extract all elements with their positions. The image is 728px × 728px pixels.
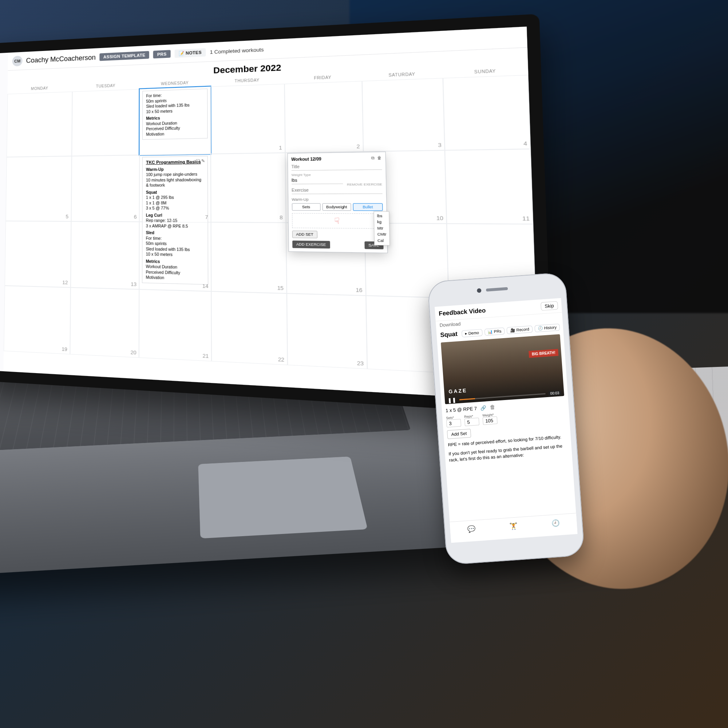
remove-exercise-link[interactable]: REMOVE EXERCISE [347, 182, 382, 187]
add-set-button[interactable]: ADD SET [292, 230, 317, 238]
day-number: 11 [522, 215, 530, 222]
completed-workouts-label: 1 Completed workouts [210, 46, 263, 55]
editor-title: Workout 12/09 [291, 156, 321, 162]
calendar-cell[interactable]: 6 [71, 155, 139, 222]
calendar-cell[interactable]: 22 [211, 291, 288, 365]
video-cue-badge: BIG BREATH! [529, 349, 558, 358]
card-line: 1 x 1 @ 295 lbs [146, 196, 174, 200]
calendar-cell[interactable] [72, 89, 140, 156]
skip-button[interactable]: Skip [541, 301, 558, 310]
exercise-name: Squat [440, 330, 458, 339]
tab-chat-icon[interactable]: 💬 [467, 525, 476, 533]
dow-thursday: THURSDAY [210, 77, 284, 84]
card-line: 3 x 5 @ 77% [146, 206, 169, 210]
dow-tuesday: TUESDAY [72, 83, 140, 90]
day-number: 4 [523, 140, 528, 147]
trash-icon[interactable]: 🗑 [489, 404, 496, 410]
phone-screen: Feedback Video Skip Download Squat ▸ Dem… [434, 298, 577, 543]
notes-button[interactable]: 📝 NOTES [175, 48, 206, 58]
metric-item: Motivation [146, 132, 164, 136]
card-title: TKC Programming Basics [146, 159, 204, 165]
tab-sets[interactable]: Sets [292, 203, 321, 211]
calendar-cell-today[interactable]: For time: 50m sprints Sled loaded with 1… [140, 87, 211, 155]
unit-dropdown[interactable]: lbs kg Mtr CMtr Cal [374, 211, 390, 245]
reps-value[interactable]: 5 [465, 418, 479, 426]
calendar-cell[interactable]: ☐ ✎ TKC Programming Basics Warm-Up 100 j… [139, 154, 211, 222]
add-exercise-button[interactable]: ADD EXERCISE [292, 241, 330, 249]
day-number: 10 [436, 215, 444, 221]
sets-field[interactable]: Sets* 3 [446, 415, 461, 428]
calendar-cell[interactable]: 23 [287, 294, 367, 369]
day-number: 5 [66, 214, 69, 219]
calendar-cell[interactable]: 12 [5, 221, 71, 288]
sets-value[interactable]: 3 [446, 419, 461, 428]
weight-field[interactable]: Weight* 105 [482, 413, 498, 425]
unit-option[interactable]: Mtr [377, 225, 386, 231]
demo-button[interactable]: ▸ Demo [462, 329, 483, 337]
tab-bullet[interactable]: Bullet [353, 203, 383, 211]
day-number: 2 [356, 144, 359, 150]
calendar-cell[interactable]: 5 [5, 156, 71, 221]
exercise-input[interactable] [292, 187, 382, 194]
calendar-cell[interactable]: Workout 12/09 ⧉ 🗑 Weight Type lbs [285, 151, 364, 223]
dow-sunday: SUNDAY [443, 67, 528, 75]
calendar-cell[interactable]: 4 [443, 75, 531, 150]
title-input[interactable] [291, 162, 382, 171]
calendar-cell[interactable]: 13 [70, 221, 140, 289]
calendar-cell[interactable]: 1 [210, 84, 285, 154]
tab-workout-icon[interactable]: 🏋️ [509, 522, 518, 530]
history-button[interactable]: 🕘 History [534, 324, 560, 332]
unit-option[interactable]: kg [377, 219, 386, 225]
calendar-cell[interactable]: 21 [139, 289, 211, 361]
squat-heading: Squat [146, 190, 204, 195]
card-action-icons[interactable]: ☐ ✎ [196, 158, 205, 164]
card-line: 10 minutes light shadowboxing & footwork [146, 177, 201, 188]
weight-value[interactable]: 105 [483, 416, 498, 425]
unit-option[interactable]: lbs [377, 213, 386, 219]
phone-camera [477, 288, 482, 293]
day-number: 3 [438, 142, 442, 148]
delete-icon[interactable]: 🗑 [377, 155, 382, 161]
page-title: Feedback Video [439, 307, 486, 317]
prs-button[interactable]: PRS [153, 50, 171, 58]
avatar[interactable]: CM [12, 56, 23, 67]
day-number: 12 [62, 280, 68, 285]
calendar-cell[interactable]: 8 [211, 153, 286, 223]
calendar-cell[interactable]: 15 [211, 222, 287, 294]
calendar-cell[interactable]: 19 [4, 286, 70, 355]
unit-option[interactable]: CMtr [378, 231, 387, 238]
day-number: 23 [357, 360, 364, 367]
calendar-cell[interactable]: 20 [70, 288, 139, 358]
video-cue-gaze: GAZE [448, 387, 467, 395]
laptop-trackpad [198, 456, 368, 538]
link-icon[interactable]: 🔗 [480, 405, 486, 411]
video-player[interactable]: BIG BREATH! GAZE ❚❚ 00:03 [441, 334, 564, 404]
day-number: 13 [131, 281, 136, 287]
weight-type-select[interactable]: lbs [292, 177, 343, 184]
assign-template-button[interactable]: ASSIGN TEMPLATE [99, 51, 149, 61]
day-number: 14 [202, 283, 209, 289]
calendar-cell[interactable]: 14 [139, 222, 211, 291]
tab-history-icon[interactable]: 🕘 [551, 519, 560, 527]
calendar-cell[interactable]: 11 [445, 149, 533, 224]
calendar-cell[interactable] [6, 92, 72, 157]
prs-button[interactable]: 📊 PRs [484, 327, 505, 336]
calendar-cell[interactable]: 3 [362, 78, 445, 151]
bullet-editor-area[interactable]: ☟ [292, 213, 383, 229]
set-type-tabs: Sets Bodyweight Bullet [292, 203, 383, 211]
copy-icon[interactable]: ⧉ [371, 155, 374, 161]
record-button[interactable]: 🎥 Record [507, 326, 533, 334]
add-set-button[interactable]: Add Set [447, 429, 471, 439]
tab-bodyweight[interactable]: Bodyweight [322, 203, 351, 211]
day-number: 19 [61, 346, 67, 352]
workout-card-sled[interactable]: For time: 50m sprints Sled loaded with 1… [142, 89, 208, 140]
pause-icon[interactable]: ❚❚ [448, 397, 457, 403]
dow-wednesday: WEDNESDAY [140, 80, 210, 87]
section-warmup: Warm-Up [292, 197, 382, 202]
dow-friday: FRIDAY [284, 74, 362, 81]
video-progress[interactable] [459, 393, 546, 401]
calendar-cell[interactable]: 2 [284, 81, 363, 153]
unit-option[interactable]: Cal [378, 237, 387, 243]
workout-editor-popover: Workout 12/09 ⧉ 🗑 Weight Type lbs [287, 152, 388, 253]
reps-field[interactable]: Reps* 5 [464, 414, 479, 426]
